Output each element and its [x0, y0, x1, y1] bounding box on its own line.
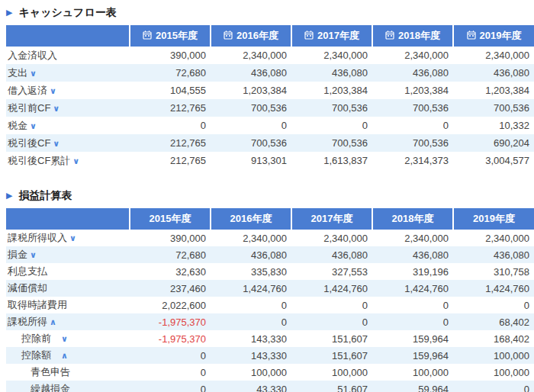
chevron-up-icon[interactable]: ∧ [61, 351, 68, 360]
table-header-row: 2015年度2016年度2017年度2018年度2019年度 [6, 25, 534, 47]
value-cell: 100,000 [453, 364, 534, 381]
chevron-down-icon[interactable]: ∨ [72, 156, 79, 165]
chevron-down-icon[interactable]: ∨ [69, 233, 76, 243]
row-label-cell: 課税所得収入∨ [6, 230, 130, 246]
value-cell: -1,975,370 [130, 330, 211, 347]
section-header-cash-flow: ▶ キャッシュフロー表 [6, 6, 534, 18]
value-cell: 436,080 [211, 64, 291, 82]
chevron-down-icon[interactable]: ∨ [30, 121, 37, 130]
section-collapse-arrow-icon[interactable]: ▶ [6, 191, 12, 200]
value-cell: 0 [130, 381, 211, 392]
value-cell: 43,330 [211, 381, 291, 392]
chevron-down-icon[interactable]: ∨ [53, 104, 60, 113]
table-row: 税金∨000010,332 [6, 117, 534, 134]
value-cell: 100,000 [372, 364, 453, 381]
value-cell: 2,314,373 [372, 152, 453, 169]
value-cell: 212,765 [130, 134, 211, 152]
value-cell: 0 [453, 381, 534, 392]
table-row: 課税所得∧-1,975,37000068,402 [6, 313, 534, 330]
row-label: 控除額 [21, 349, 51, 361]
table-row: 青色申告0100,000100,000100,000100,000 [6, 364, 534, 381]
year-label: 2015年度 [156, 30, 198, 41]
value-cell: 143,330 [211, 347, 291, 364]
chevron-down-icon[interactable]: ∨ [53, 139, 60, 148]
value-cell: 1,203,384 [291, 82, 372, 99]
section-collapse-arrow-icon[interactable]: ▶ [6, 8, 12, 17]
value-cell: 2,340,000 [372, 230, 453, 246]
chevron-down-icon[interactable]: ∨ [61, 334, 68, 343]
value-cell: 700,536 [291, 134, 372, 152]
year-column-header: 2016年度 [211, 25, 291, 47]
row-label: 借入返済 [8, 85, 47, 96]
value-cell: 100,000 [291, 364, 372, 381]
value-cell: 159,964 [372, 347, 453, 364]
value-cell: 59,964 [372, 381, 453, 392]
year-label: 2018年度 [392, 213, 434, 224]
corner-header-cell [6, 25, 130, 47]
row-label: 利息支払 [8, 265, 47, 277]
year-label: 2017年度 [311, 213, 353, 224]
section-cash-flow: ▶ キャッシュフロー表 2015年度2016年度2017年度2018年度2019… [6, 6, 534, 169]
chevron-down-icon[interactable]: ∨ [30, 69, 37, 78]
chevron-up-icon[interactable]: ∧ [50, 317, 56, 326]
row-label-cell: 税引前CF∨ [6, 99, 130, 117]
value-cell: 2,340,000 [291, 230, 372, 246]
year-column-header: 2018年度 [372, 25, 453, 47]
value-cell: 100,000 [211, 364, 291, 381]
year-label: 2019年度 [473, 213, 515, 224]
year-column-header: 2016年度 [211, 208, 291, 230]
table-row: 税引後CF累計∨212,765913,3011,613,8372,314,373… [6, 152, 534, 169]
year-column-header: 2015年度 [130, 208, 211, 230]
year-label: 2018年度 [398, 30, 440, 41]
value-cell: 2,340,000 [291, 47, 372, 64]
value-cell: 51,607 [291, 381, 372, 392]
value-cell: 2,022,600 [130, 297, 211, 313]
value-cell: 436,080 [291, 64, 372, 82]
value-cell: 1,203,384 [211, 82, 291, 99]
chevron-down-icon[interactable]: ∨ [50, 86, 56, 95]
value-cell: 436,080 [453, 246, 534, 263]
value-cell: 0 [372, 297, 453, 313]
value-cell: 2,340,000 [372, 47, 453, 64]
value-cell: 436,080 [453, 64, 534, 82]
year-column-header: 2017年度 [291, 208, 372, 230]
table-row: 税引前CF∨212,765700,536700,536700,536700,53… [6, 99, 534, 117]
row-label: 税引後CF [8, 137, 50, 149]
table-row: 損金∨72,680436,080436,080436,080436,080 [6, 246, 534, 263]
row-label-cell: 借入返済∨ [6, 82, 130, 99]
table-row: 入金済収入390,0002,340,0002,340,0002,340,0002… [6, 47, 534, 64]
row-label-cell: 税引後CF∨ [6, 134, 130, 152]
value-cell: 0 [372, 117, 453, 134]
value-cell: 104,555 [130, 82, 211, 99]
value-cell: 72,680 [130, 64, 211, 82]
section-title-text: キャッシュフロー表 [18, 6, 116, 18]
value-cell: 0 [130, 364, 211, 381]
value-cell: 1,424,760 [453, 280, 534, 297]
year-column-header: 2019年度 [453, 25, 534, 47]
value-cell: 327,553 [291, 263, 372, 280]
value-cell: 700,536 [211, 134, 291, 152]
row-label: 課税所得収入 [8, 232, 67, 243]
value-cell: 2,340,000 [211, 47, 291, 64]
chevron-down-icon[interactable]: ∨ [30, 250, 37, 259]
year-column-header: 2017年度 [291, 25, 372, 47]
corner-header-cell [6, 208, 130, 230]
value-cell: 913,301 [211, 152, 291, 169]
row-label-cell: 取得時諸費用 [6, 297, 130, 313]
row-label-cell: 減価償却 [6, 280, 130, 297]
row-label: 税金 [8, 120, 27, 131]
table-row: 控除前∨-1,975,370143,330151,607159,964168,4… [6, 330, 534, 347]
table-row: 支出∨72,680436,080436,080436,080436,080 [6, 64, 534, 82]
year-column-header: 2015年度 [130, 25, 211, 47]
section-title-text: 損益計算表 [18, 189, 72, 201]
value-cell: 335,830 [211, 263, 291, 280]
value-cell: 2,340,000 [453, 230, 534, 246]
year-label: 2016年度 [230, 213, 272, 224]
value-cell: -1,975,370 [130, 313, 211, 330]
table-header-row: 2015年度2016年度2017年度2018年度2019年度 [6, 208, 534, 230]
value-cell: 168,402 [453, 330, 534, 347]
row-label-cell: 入金済収入 [6, 47, 130, 64]
year-label: 2015年度 [150, 213, 191, 224]
row-label: 支出 [8, 67, 27, 79]
year-label: 2019年度 [480, 30, 522, 41]
